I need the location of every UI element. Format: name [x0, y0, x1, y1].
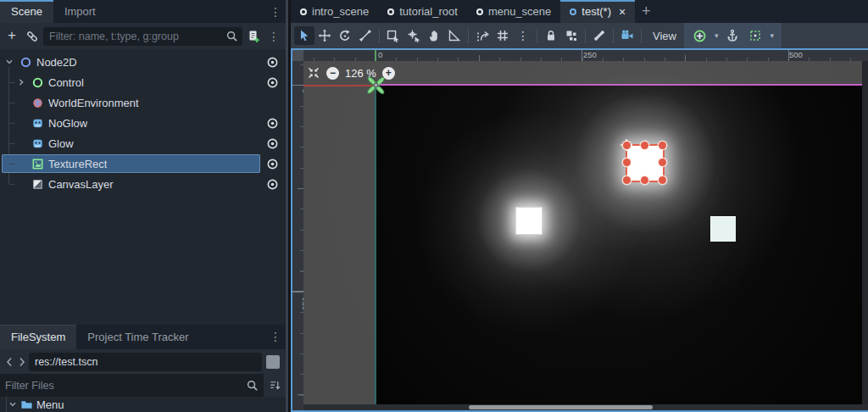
- expander-down-icon[interactable]: [8, 400, 17, 409]
- zoom-in-button[interactable]: +: [382, 67, 395, 80]
- noglow-sprite[interactable]: [710, 216, 736, 242]
- file-item-menu[interactable]: Menu: [0, 397, 286, 412]
- close-icon[interactable]: ×: [619, 5, 626, 19]
- selection-handle[interactable]: [623, 176, 631, 184]
- move-tool[interactable]: [314, 26, 335, 45]
- dock-tab-import[interactable]: Import: [53, 0, 107, 23]
- visibility-toggle[interactable]: [260, 133, 284, 153]
- tree-item-label: CanvasLayer: [48, 178, 114, 191]
- grid-snap-toggle[interactable]: [492, 26, 513, 45]
- vertical-scrollbar[interactable]: [862, 61, 868, 404]
- scene-filter-input[interactable]: [49, 31, 220, 42]
- selection-handle[interactable]: [623, 159, 631, 166]
- scene-tree-menu-icon[interactable]: ⋮: [264, 27, 283, 46]
- selection-handle[interactable]: [641, 176, 648, 184]
- scale-tool[interactable]: [355, 26, 376, 45]
- tree-row: WorldEnvironment: [0, 92, 286, 113]
- filesystem-dock-menu-icon[interactable]: ⋮: [268, 325, 283, 348]
- dock-tab-filesystem[interactable]: FileSystem: [0, 325, 76, 349]
- horizontal-ruler[interactable]: 0250500: [303, 50, 868, 61]
- file-sort-button[interactable]: [264, 379, 286, 392]
- scene-tab-label: test(*): [581, 5, 611, 18]
- toolbar-separator: [641, 29, 642, 43]
- lock-icon: [544, 29, 558, 42]
- visibility-toggle[interactable]: [260, 153, 284, 174]
- camera-override[interactable]: [617, 26, 637, 45]
- chevron-down-icon[interactable]: ▾: [713, 31, 721, 40]
- vertical-ruler[interactable]: 0250: [292, 61, 303, 410]
- history-back-button[interactable]: [3, 353, 14, 371]
- horizontal-scrollbar-thumb[interactable]: [469, 405, 653, 409]
- selection-handle[interactable]: [659, 159, 666, 166]
- tree-item-label: WorldEnvironment: [48, 97, 139, 109]
- expander-down-icon[interactable]: [3, 58, 15, 66]
- scene-tab-intro-scene[interactable]: intro_scene: [291, 0, 378, 23]
- file-filter-input[interactable]: [5, 380, 242, 392]
- tree-item-node2d[interactable]: Node2D: [2, 53, 260, 71]
- pivot-tool[interactable]: [403, 26, 424, 45]
- container-sizing-button[interactable]: [745, 26, 765, 45]
- handles-icon: [748, 29, 762, 42]
- tree-item-texturerect[interactable]: TextureRect: [2, 154, 260, 173]
- expander-right-icon[interactable]: [15, 78, 27, 86]
- select-tool[interactable]: [294, 26, 314, 45]
- bone-icon: [593, 29, 606, 42]
- center-view-icon[interactable]: [307, 66, 320, 80]
- attach-script-button[interactable]: [244, 27, 263, 46]
- skeleton-options[interactable]: [589, 26, 609, 45]
- visibility-toggle[interactable]: [260, 72, 284, 92]
- chevron-down-icon[interactable]: ▾: [768, 31, 776, 40]
- glow-sprite[interactable]: [515, 207, 542, 235]
- rotate-tool[interactable]: [335, 26, 355, 45]
- teal-guide-line: [375, 86, 376, 404]
- selection-handle[interactable]: [659, 142, 666, 149]
- resource-path-input[interactable]: [35, 356, 256, 368]
- tree-item-control[interactable]: Control: [2, 73, 260, 92]
- selection-handle[interactable]: [659, 176, 666, 184]
- visibility-toggle[interactable]: [260, 52, 284, 72]
- lock-button[interactable]: [541, 26, 561, 45]
- scene-dock-menu-icon[interactable]: ⋮: [268, 0, 283, 23]
- new-scene-tab-button[interactable]: +: [635, 0, 657, 23]
- anchor-preset-button[interactable]: [690, 26, 710, 45]
- dock-tab-scene[interactable]: Scene: [0, 0, 53, 23]
- zoom-percentage[interactable]: 126 %: [345, 67, 376, 80]
- horizontal-scrollbar[interactable]: [303, 404, 868, 410]
- canvas-area[interactable]: − 126 % +: [303, 61, 868, 410]
- pan-tool[interactable]: [424, 26, 444, 45]
- visibility-toggle[interactable]: [260, 174, 284, 194]
- list-select-tool[interactable]: [383, 26, 403, 45]
- dock-tab-project-time-tracker[interactable]: Project Time Tracker: [76, 325, 199, 349]
- visibility-toggle[interactable]: [260, 113, 284, 133]
- ruler-tool[interactable]: [444, 26, 465, 45]
- file-filter-box: [0, 374, 264, 397]
- add-node-button[interactable]: +: [3, 27, 21, 46]
- scene-tab-menu-scene[interactable]: menu_scene: [467, 0, 560, 23]
- anchor-mode-button[interactable]: [722, 26, 743, 45]
- tree-item-canvaslayer[interactable]: CanvasLayer: [2, 175, 260, 193]
- selection-handle[interactable]: [641, 142, 648, 149]
- canvas-layer-icon: [31, 178, 45, 191]
- 2d-viewport[interactable]: 0250500 0250 − 126 % +: [291, 48, 868, 412]
- scene-tab-tutorial-root[interactable]: tutorial_root: [378, 0, 467, 23]
- eye-icon: [266, 137, 279, 150]
- tree-item-label: Control: [48, 76, 84, 89]
- node2d-icon: [19, 56, 33, 69]
- camera-icon: [620, 29, 634, 42]
- zoom-out-button[interactable]: −: [326, 67, 339, 80]
- selection-handle[interactable]: [623, 142, 631, 149]
- toggle-split-mode-button[interactable]: [266, 355, 280, 369]
- toolbar-separator: [613, 29, 614, 43]
- view-menu[interactable]: View: [645, 26, 684, 45]
- tree-item-noglow[interactable]: NoGlow: [2, 114, 260, 132]
- smart-snap-toggle[interactable]: [472, 26, 492, 45]
- eye-icon: [266, 56, 279, 69]
- snap-options-menu[interactable]: ⋮: [513, 26, 533, 45]
- texture-rect-selected[interactable]: [626, 144, 665, 182]
- history-forward-button[interactable]: [16, 353, 27, 371]
- group-button[interactable]: [561, 26, 581, 45]
- tree-item-worldenvironment[interactable]: WorldEnvironment: [2, 93, 284, 112]
- instance-scene-button[interactable]: [23, 27, 42, 46]
- scene-tab-test-[interactable]: test(*)×: [560, 0, 635, 23]
- tree-item-glow[interactable]: Glow: [2, 134, 260, 153]
